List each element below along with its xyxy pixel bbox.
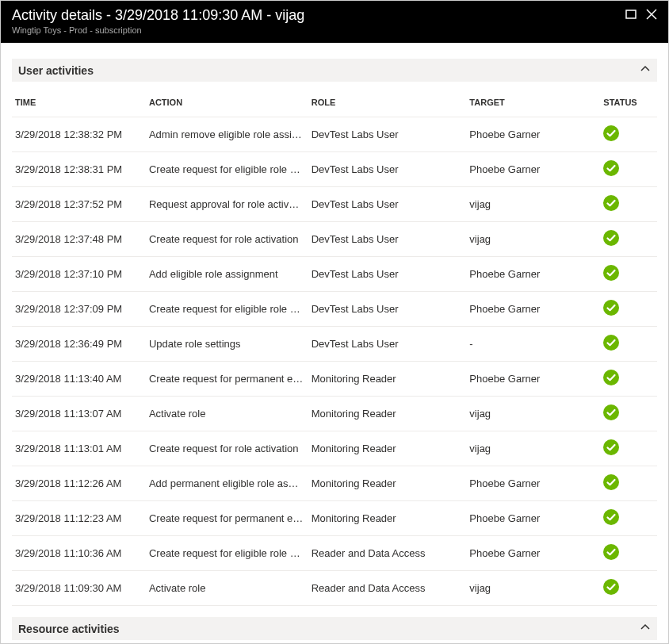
col-target[interactable]: TARGET <box>466 88 600 117</box>
cell-time: 3/29/2018 11:12:23 AM <box>12 501 146 536</box>
cell-role: DevTest Labs User <box>308 292 467 327</box>
table-row[interactable]: 3/29/2018 12:38:31 PMCreate request for … <box>12 152 657 187</box>
col-action[interactable]: ACTION <box>146 88 308 117</box>
cell-status <box>600 431 657 466</box>
svg-point-9 <box>603 335 619 351</box>
success-icon <box>603 439 619 455</box>
cell-role: DevTest Labs User <box>308 117 467 152</box>
cell-action: Create request for role activation <box>146 222 308 257</box>
success-icon <box>603 265 619 281</box>
cell-role: DevTest Labs User <box>308 257 467 292</box>
svg-point-6 <box>603 230 619 246</box>
cell-action: Add permanent eligible role assignment <box>146 466 308 501</box>
cell-target: Phoebe Garner <box>466 117 600 152</box>
cell-status <box>600 536 657 571</box>
success-icon <box>603 160 619 176</box>
cell-action: Add eligible role assignment <box>146 257 308 292</box>
table-row[interactable]: 3/29/2018 11:09:30 AMActivate roleReader… <box>12 571 657 606</box>
cell-action: Activate role <box>146 571 308 606</box>
success-icon <box>603 579 619 595</box>
cell-status <box>600 292 657 327</box>
cell-role: Reader and Data Access <box>308 571 467 606</box>
table-row[interactable]: 3/29/2018 11:13:07 AMActivate roleMonito… <box>12 397 657 431</box>
table-row[interactable]: 3/29/2018 11:12:26 AMAdd permanent eligi… <box>12 466 657 501</box>
col-role[interactable]: ROLE <box>308 88 467 117</box>
blade-subtitle: Wingtip Toys - Prod - subscription <box>12 25 304 35</box>
cell-role: DevTest Labs User <box>308 187 467 222</box>
table-row[interactable]: 3/29/2018 11:13:01 AMCreate request for … <box>12 431 657 466</box>
svg-point-12 <box>603 439 619 455</box>
cell-target: vijag <box>466 397 600 431</box>
cell-target: Phoebe Garner <box>466 466 600 501</box>
success-icon <box>603 370 619 385</box>
cell-time: 3/29/2018 12:37:09 PM <box>12 292 146 327</box>
svg-point-8 <box>603 300 619 316</box>
close-icon[interactable] <box>646 9 657 22</box>
maximize-icon[interactable] <box>625 9 637 22</box>
cell-action: Create request for role activation <box>146 431 308 466</box>
cell-time: 3/29/2018 12:37:48 PM <box>12 222 146 257</box>
svg-point-13 <box>603 474 619 490</box>
cell-role: Monitoring Reader <box>308 431 467 466</box>
cell-status <box>600 466 657 501</box>
svg-point-10 <box>603 370 619 385</box>
user-activities-title: User activities <box>18 64 94 77</box>
table-row[interactable]: 3/29/2018 11:12:23 AMCreate request for … <box>12 501 657 536</box>
success-icon <box>603 195 619 211</box>
cell-role: Reader and Data Access <box>308 536 467 571</box>
cell-time: 3/29/2018 11:13:01 AM <box>12 431 146 466</box>
cell-status <box>600 187 657 222</box>
cell-action: Create request for eligible role assignm… <box>146 292 308 327</box>
success-icon <box>603 474 619 490</box>
col-time[interactable]: TIME <box>12 88 146 117</box>
cell-target: vijag <box>466 222 600 257</box>
table-row[interactable]: 3/29/2018 11:10:36 AMCreate request for … <box>12 536 657 571</box>
success-icon <box>603 404 619 420</box>
cell-action: Request approval for role activation <box>146 187 308 222</box>
success-icon <box>603 230 619 246</box>
success-icon <box>603 544 619 560</box>
col-status[interactable]: STATUS <box>600 88 657 117</box>
cell-target: Phoebe Garner <box>466 536 600 571</box>
cell-role: DevTest Labs User <box>308 152 467 187</box>
cell-time: 3/29/2018 12:37:10 PM <box>12 257 146 292</box>
cell-status <box>600 117 657 152</box>
cell-time: 3/29/2018 12:36:49 PM <box>12 327 146 362</box>
resource-activities-title: Resource activities <box>18 623 120 635</box>
cell-status <box>600 327 657 362</box>
cell-target: Phoebe Garner <box>466 362 600 397</box>
svg-point-16 <box>603 579 619 595</box>
cell-time: 3/29/2018 11:13:07 AM <box>12 397 146 431</box>
cell-status <box>600 257 657 292</box>
cell-action: Activate role <box>146 397 308 431</box>
table-row[interactable]: 3/29/2018 12:38:32 PMAdmin remove eligib… <box>12 117 657 152</box>
cell-time: 3/29/2018 11:13:40 AM <box>12 362 146 397</box>
blade-header: Activity details - 3/29/2018 11:09:30 AM… <box>1 1 668 43</box>
cell-status <box>600 571 657 606</box>
table-row[interactable]: 3/29/2018 12:37:52 PMRequest approval fo… <box>12 187 657 222</box>
table-row[interactable]: 3/29/2018 12:36:49 PMUpdate role setting… <box>12 327 657 362</box>
cell-time: 3/29/2018 12:38:32 PM <box>12 117 146 152</box>
success-icon <box>603 300 619 316</box>
table-row[interactable]: 3/29/2018 12:37:48 PMCreate request for … <box>12 222 657 257</box>
cell-time: 3/29/2018 12:38:31 PM <box>12 152 146 187</box>
chevron-up-icon[interactable] <box>640 63 651 77</box>
user-activities-table: TIME ACTION ROLE TARGET STATUS 3/29/2018… <box>12 88 657 606</box>
cell-status <box>600 222 657 257</box>
cell-time: 3/29/2018 11:10:36 AM <box>12 536 146 571</box>
resource-activities-header[interactable]: Resource activities <box>12 617 657 640</box>
table-row[interactable]: 3/29/2018 11:13:40 AMCreate request for … <box>12 362 657 397</box>
cell-target: Phoebe Garner <box>466 292 600 327</box>
cell-action: Admin remove eligible role assignment <box>146 117 308 152</box>
table-row[interactable]: 3/29/2018 12:37:09 PMCreate request for … <box>12 292 657 327</box>
svg-point-7 <box>603 265 619 281</box>
chevron-up-icon[interactable] <box>640 622 651 635</box>
cell-role: Monitoring Reader <box>308 397 467 431</box>
blade-content: User activities TIME ACTION ROLE TARGET … <box>1 43 668 644</box>
cell-status <box>600 397 657 431</box>
cell-action: Create request for eligible role removal <box>146 536 308 571</box>
success-icon <box>603 335 619 351</box>
cell-target: vijag <box>466 431 600 466</box>
table-row[interactable]: 3/29/2018 12:37:10 PMAdd eligible role a… <box>12 257 657 292</box>
user-activities-header[interactable]: User activities <box>12 59 657 82</box>
